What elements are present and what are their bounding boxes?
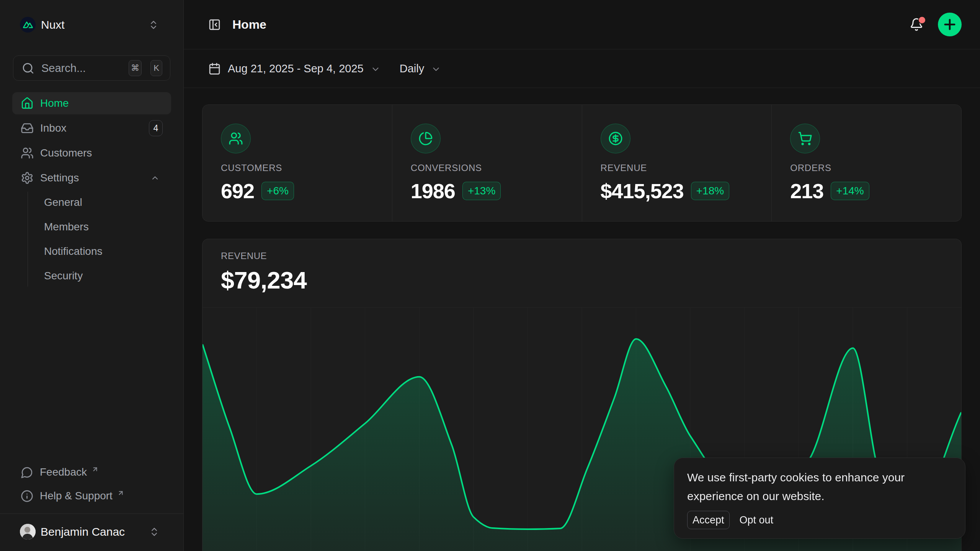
- sidebar-item-inbox[interactable]: Inbox 4: [12, 117, 171, 139]
- accept-button[interactable]: Accept: [687, 511, 730, 529]
- sidebar-item-label: Home: [40, 97, 163, 109]
- search-icon: [22, 62, 34, 75]
- plus-icon: [942, 16, 958, 33]
- opt-out-button[interactable]: Opt out: [735, 514, 778, 526]
- stat-card-orders[interactable]: ORDERS 213 +14%: [772, 105, 961, 221]
- period-label: Daily: [400, 62, 424, 75]
- inbox-count-badge: 4: [149, 120, 163, 136]
- users-icon: [221, 124, 251, 153]
- user-name: Benjamin Canac: [41, 525, 144, 538]
- toolbar: Aug 21, 2025 - Sep 4, 2025 Daily: [184, 49, 980, 88]
- stat-value: 1986: [411, 179, 455, 203]
- stat-card-revenue[interactable]: REVENUE $415,523 +18%: [582, 105, 772, 221]
- chevron-down-icon: [371, 64, 381, 74]
- home-icon: [21, 97, 34, 110]
- external-link-arrow-icon: [117, 489, 124, 497]
- cookie-actions: Accept Opt out: [687, 511, 951, 529]
- users-icon: [21, 147, 34, 160]
- stats-grid: CUSTOMERS 692 +6% CONVERSIONS 1986 +13%: [202, 104, 962, 222]
- sidebar-subitem-general[interactable]: General: [40, 192, 171, 213]
- cookie-message: We use first-party cookies to enhance yo…: [687, 468, 951, 505]
- notification-dot: [918, 16, 926, 24]
- stat-value-row: 692 +6%: [221, 179, 374, 203]
- team-selector[interactable]: Nuxt: [12, 11, 171, 38]
- chart-title: REVENUE: [221, 251, 943, 261]
- nuxt-mountain-icon: [23, 20, 33, 30]
- external-link-arrow-icon: [91, 466, 99, 473]
- kbd-k: K: [150, 60, 162, 76]
- period-select[interactable]: Daily: [400, 62, 441, 75]
- sidebar-link-help[interactable]: Help & Support: [12, 484, 171, 508]
- shopping-cart-icon: [790, 124, 820, 153]
- chart-header: REVENUE $79,234: [203, 239, 961, 294]
- stat-value-row: 213 +14%: [790, 179, 943, 203]
- user-menu[interactable]: Benjamin Canac: [12, 520, 171, 543]
- chevrons-up-down-icon: [148, 18, 159, 31]
- search-input[interactable]: Search... ⌘ K: [13, 55, 170, 81]
- sidebar-item-customers[interactable]: Customers: [12, 142, 171, 164]
- panel-left-close-icon: [208, 18, 221, 31]
- sidebar-spacer: [12, 287, 171, 460]
- calendar-icon: [208, 62, 221, 75]
- avatar-image: [20, 524, 36, 540]
- sidebar: Nuxt Search... ⌘ K Home Inbox 4 Customer…: [0, 0, 184, 551]
- stat-delta-badge: +13%: [462, 182, 501, 200]
- collapse-sidebar-button[interactable]: [208, 18, 221, 31]
- stat-label: CUSTOMERS: [221, 163, 374, 173]
- sidebar-item-label: Inbox: [40, 122, 142, 134]
- info-circle-icon: [21, 490, 33, 502]
- sidebar-divider: [0, 514, 183, 514]
- chevron-down-icon: [431, 64, 441, 74]
- stat-value: 692: [221, 179, 254, 203]
- sidebar-item-settings[interactable]: Settings: [12, 167, 171, 189]
- sidebar-link-label: Feedback: [40, 466, 87, 478]
- sidebar-item-label: Customers: [40, 147, 163, 159]
- message-circle-icon: [21, 466, 33, 479]
- notifications-button[interactable]: [910, 18, 923, 31]
- stat-card-conversions[interactable]: CONVERSIONS 1986 +13%: [392, 105, 582, 221]
- gear-icon: [21, 171, 34, 184]
- stat-label: REVENUE: [601, 163, 753, 173]
- stat-value-row: 1986 +13%: [411, 179, 564, 203]
- stat-label: CONVERSIONS: [411, 163, 564, 173]
- stat-value: 213: [790, 179, 823, 203]
- sidebar-subitem-notifications[interactable]: Notifications: [40, 241, 171, 262]
- sidebar-item-label: Settings: [40, 172, 144, 184]
- stat-value-row: $415,523 +18%: [601, 179, 753, 203]
- chevrons-up-down-icon: [149, 525, 160, 538]
- inbox-icon: [21, 122, 34, 135]
- dollar-circle-icon: [601, 124, 630, 153]
- cookie-banner: We use first-party cookies to enhance yo…: [674, 458, 965, 539]
- kbd-cmd: ⌘: [129, 60, 142, 76]
- sidebar-nav: Home Inbox 4 Customers Settings General …: [12, 92, 171, 287]
- avatar: [20, 524, 36, 540]
- page-title: Home: [232, 18, 898, 32]
- stat-card-customers[interactable]: CUSTOMERS 692 +6%: [203, 105, 392, 221]
- team-name: Nuxt: [41, 18, 143, 31]
- add-button[interactable]: [938, 13, 962, 36]
- search-placeholder: Search...: [41, 62, 122, 75]
- stat-value: $415,523: [601, 179, 684, 203]
- stat-delta-badge: +18%: [691, 182, 729, 200]
- pie-chart-icon-svg: [418, 131, 433, 146]
- stat-label: ORDERS: [790, 163, 943, 173]
- sidebar-subitem-security[interactable]: Security: [40, 265, 171, 287]
- nuxt-logo-icon: [20, 17, 36, 33]
- users-icon-svg: [229, 131, 243, 146]
- sidebar-subitem-members[interactable]: Members: [40, 216, 171, 238]
- stat-delta-badge: +14%: [831, 182, 869, 200]
- stat-delta-badge: +6%: [261, 182, 294, 200]
- sidebar-link-feedback[interactable]: Feedback: [12, 460, 171, 484]
- sidebar-link-label: Help & Support: [40, 490, 113, 502]
- chart-total: $79,234: [221, 266, 943, 294]
- settings-subnav: General Members Notifications Security: [28, 192, 171, 287]
- pie-chart-icon: [411, 124, 441, 153]
- date-range-label: Aug 21, 2025 - Sep 4, 2025: [228, 62, 364, 75]
- shopping-cart-icon-svg: [798, 131, 812, 146]
- dollar-circle-icon-svg: [608, 131, 623, 146]
- topbar: Home: [184, 0, 980, 49]
- sidebar-item-home[interactable]: Home: [12, 92, 171, 114]
- date-range-picker[interactable]: Aug 21, 2025 - Sep 4, 2025: [208, 62, 381, 75]
- chevron-up-icon: [150, 173, 160, 183]
